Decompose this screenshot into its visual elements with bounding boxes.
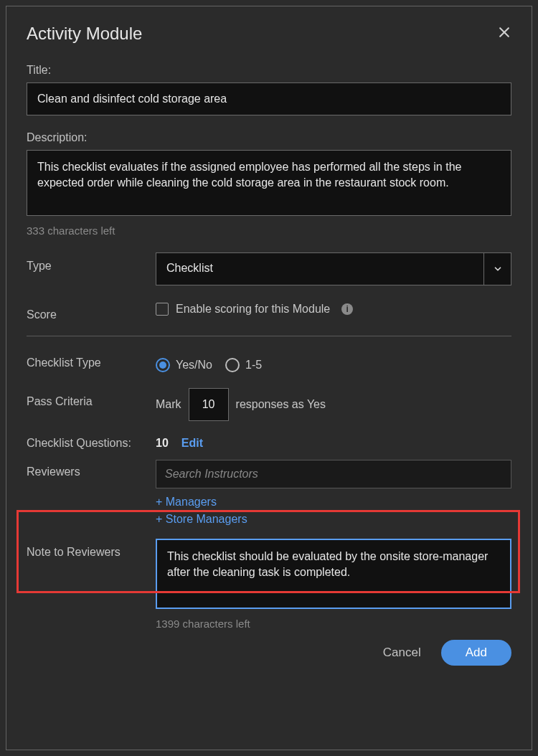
score-label: Score xyxy=(27,301,156,321)
description-helper: 333 characters left xyxy=(27,225,511,237)
radio-yes-no[interactable]: Yes/No xyxy=(156,358,212,372)
checklist-questions-row: Checklist Questions: 10 Edit xyxy=(27,437,511,450)
checklist-type-row: Checklist Type Yes/No 1-5 xyxy=(27,355,511,372)
pass-suffix: responses as Yes xyxy=(236,398,326,411)
add-store-managers-link[interactable]: + Store Managers xyxy=(156,513,511,526)
add-button[interactable]: Add xyxy=(441,640,511,666)
pass-count-input[interactable] xyxy=(189,388,229,421)
checklist-questions-count: 10 xyxy=(156,437,169,450)
type-select-value: Checklist xyxy=(156,253,483,285)
radio-yes-no-label: Yes/No xyxy=(176,359,212,372)
add-managers-link[interactable]: + Managers xyxy=(156,496,511,509)
dialog-footer: Cancel Add xyxy=(27,640,511,666)
description-label: Description: xyxy=(27,131,511,144)
type-label: Type xyxy=(27,252,156,273)
edit-questions-link[interactable]: Edit xyxy=(181,437,203,450)
pass-criteria-label: Pass Criteria xyxy=(27,388,156,408)
reviewers-search-input[interactable] xyxy=(156,460,511,488)
title-field: Title: xyxy=(27,64,511,115)
cancel-button[interactable]: Cancel xyxy=(380,640,424,666)
note-input[interactable] xyxy=(156,539,511,609)
score-row: Score Enable scoring for this Module i xyxy=(27,301,511,321)
radio-1-5[interactable]: 1-5 xyxy=(225,358,262,372)
reviewers-row: Reviewers + Managers + Store Managers xyxy=(27,460,511,526)
checklist-type-label: Checklist Type xyxy=(27,355,156,369)
reviewers-label: Reviewers xyxy=(27,460,156,478)
note-helper: 1399 characters left xyxy=(156,618,511,630)
activity-module-dialog: Activity Module Title: Description: 333 … xyxy=(6,6,532,750)
type-row: Type Checklist xyxy=(27,252,511,285)
close-icon[interactable] xyxy=(497,25,511,42)
chevron-down-icon xyxy=(483,253,511,285)
note-row: Note to Reviewers 1399 characters left xyxy=(27,539,511,630)
radio-1-5-label: 1-5 xyxy=(245,359,262,372)
dialog-title: Activity Module xyxy=(27,24,142,44)
description-field: Description: 333 characters left xyxy=(27,131,511,237)
title-input[interactable] xyxy=(27,82,511,115)
note-label: Note to Reviewers xyxy=(27,539,156,559)
info-icon[interactable]: i xyxy=(341,303,353,315)
enable-scoring-label: Enable scoring for this Module xyxy=(176,303,330,316)
dialog-header: Activity Module xyxy=(27,24,511,44)
pass-criteria-row: Pass Criteria Mark responses as Yes xyxy=(27,388,511,421)
type-select[interactable]: Checklist xyxy=(156,252,511,285)
pass-prefix: Mark xyxy=(156,398,181,411)
radio-icon xyxy=(156,358,170,372)
radio-icon xyxy=(225,358,240,372)
divider xyxy=(27,336,511,336)
enable-scoring-checkbox[interactable] xyxy=(156,303,169,316)
description-input[interactable] xyxy=(27,150,511,216)
checklist-questions-label: Checklist Questions: xyxy=(27,437,156,450)
title-label: Title: xyxy=(27,64,511,77)
